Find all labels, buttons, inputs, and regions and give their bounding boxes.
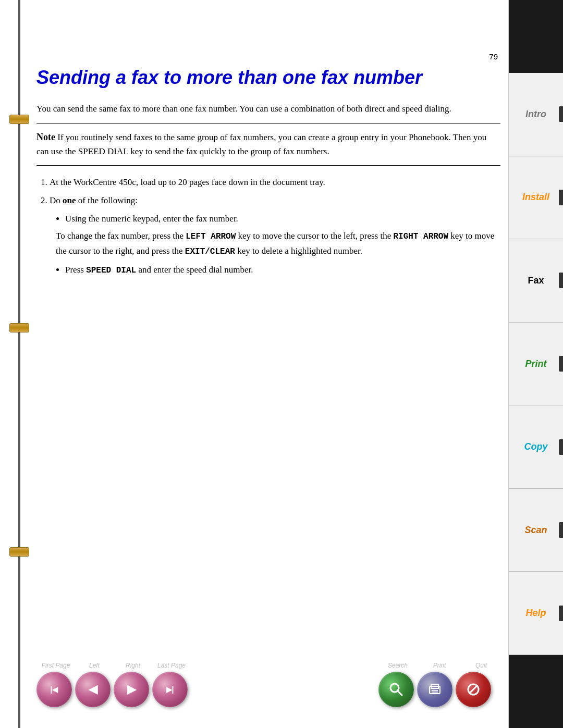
print-button[interactable] <box>417 672 452 707</box>
left-arrow-icon: ◀ <box>89 683 97 696</box>
nav-actions-group: Search Print Quit <box>378 660 500 707</box>
search-label: Search <box>388 662 408 669</box>
intro-paragraph: You can send the same fax to more than o… <box>36 102 500 116</box>
page-title: Sending a fax to more than one fax numbe… <box>36 66 500 89</box>
step-1: At the WorkCentre 450c, load up to 20 pa… <box>50 175 500 189</box>
right-label: Right <box>126 662 140 669</box>
sidebar-item-help[interactable]: Help <box>509 572 563 655</box>
sidebar-bottom-decoration <box>509 655 563 728</box>
divider-top <box>36 124 500 124</box>
sidebar-item-fax[interactable]: Fax <box>509 239 563 323</box>
bullet-2: Press SPEED DIAL and enter the speed dia… <box>65 263 500 278</box>
right-button[interactable]: ▶ <box>114 672 149 707</box>
last-page-icon: ▶| <box>166 685 174 694</box>
sidebar-item-intro[interactable]: Intro <box>509 73 563 156</box>
binding-clip-bottom <box>9 547 29 557</box>
print-label: Print <box>433 662 446 669</box>
sidebar: Intro Install Fax Print Copy Scan Help <box>508 0 563 728</box>
quit-icon <box>466 682 481 697</box>
binding-line <box>18 0 20 728</box>
left-button[interactable]: ◀ <box>75 672 111 707</box>
left-label: Left <box>89 662 100 669</box>
svg-line-1 <box>398 691 402 695</box>
last-page-button[interactable]: ▶| <box>152 672 188 707</box>
sidebar-label-help: Help <box>525 608 546 619</box>
sidebar-label-install: Install <box>522 192 549 203</box>
note-box: Note If you routinely send faxes to the … <box>36 130 500 158</box>
nav-arrows-group: First Page Left Right Last Page |◀ ◀ <box>36 660 191 707</box>
divider-bottom <box>36 165 500 166</box>
binding-clip-middle <box>9 323 29 332</box>
sidebar-label-scan: Scan <box>524 525 547 536</box>
note-text: If you routinely send faxes to the same … <box>36 132 486 156</box>
first-page-button[interactable]: |◀ <box>36 672 72 707</box>
page-number: 79 <box>36 52 498 61</box>
bullet-1: Using the numeric keypad, enter the fax … <box>65 212 500 258</box>
first-page-icon: |◀ <box>51 685 58 694</box>
binding-clip-top <box>9 115 29 124</box>
first-page-label: First Page <box>42 662 70 669</box>
quit-label: Quit <box>475 662 487 669</box>
sidebar-label-intro: Intro <box>525 109 546 120</box>
sidebar-label-copy: Copy <box>524 441 548 452</box>
main-content: 79 Sending a fax to more than one fax nu… <box>36 52 500 728</box>
last-page-label: Last Page <box>157 662 186 669</box>
sidebar-label-print: Print <box>525 359 546 369</box>
print-icon <box>427 682 442 697</box>
search-button[interactable] <box>378 672 414 707</box>
step-2: Do one of the following: Using the numer… <box>50 193 500 278</box>
note-label: Note <box>36 132 55 142</box>
bullet-list: Using the numeric keypad, enter the fax … <box>65 212 500 278</box>
nav-bar: First Page Left Right Last Page |◀ ◀ <box>36 660 500 707</box>
steps-list: At the WorkCentre 450c, load up to 20 pa… <box>50 175 500 278</box>
search-icon <box>388 682 404 697</box>
sidebar-item-scan[interactable]: Scan <box>509 489 563 572</box>
quit-button[interactable] <box>456 672 491 707</box>
right-arrow-icon: ▶ <box>127 683 136 696</box>
sidebar-item-install[interactable]: Install <box>509 156 563 240</box>
sidebar-item-print[interactable]: Print <box>509 323 563 406</box>
sidebar-label-fax: Fax <box>528 275 544 286</box>
svg-line-7 <box>470 686 477 693</box>
sidebar-top-decoration <box>509 0 563 73</box>
sidebar-item-copy[interactable]: Copy <box>509 405 563 489</box>
